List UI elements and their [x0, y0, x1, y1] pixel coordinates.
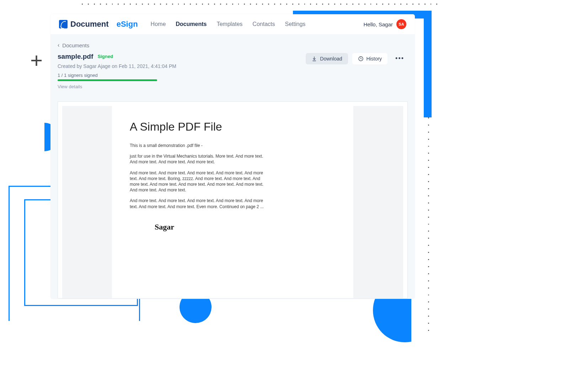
nav-settings[interactable]: Settings [285, 21, 305, 27]
download-icon [311, 56, 317, 62]
history-button[interactable]: History [352, 53, 388, 64]
pdf-paragraph: just for use in the Virtual Mechanics tu… [130, 153, 265, 165]
document-meta: sample.pdf Signed Created by Sagar Ajage… [58, 53, 176, 89]
user-menu[interactable]: Hello, Sagar SA [363, 19, 406, 29]
content-area: ‹ Documents sample.pdf Signed Created by… [50, 34, 415, 299]
nav-contacts[interactable]: Contacts [252, 21, 275, 27]
breadcrumb[interactable]: ‹ Documents [50, 40, 415, 53]
pdf-paragraph: This is a small demonstration .pdf file … [130, 143, 265, 148]
status-badge: Signed [98, 54, 113, 59]
document-header: sample.pdf Signed Created by Sagar Ajage… [50, 53, 415, 91]
nav-templates[interactable]: Templates [217, 21, 242, 27]
user-greeting: Hello, Sagar [363, 21, 393, 27]
created-by-text: Created by Sagar Ajage on Feb 11, 2021, … [58, 63, 176, 69]
page-margin-left [62, 106, 112, 298]
pdf-title: A Simple PDF File [130, 120, 336, 133]
nav-home[interactable]: Home [151, 21, 166, 27]
avatar[interactable]: SA [396, 19, 406, 29]
main-nav: Home Documents Templates Contacts Settin… [151, 21, 306, 27]
page-canvas: A Simple PDF File This is a small demons… [62, 106, 403, 298]
document-actions: Download History ••• [306, 53, 408, 64]
pdf-paragraph: And more text. And more text. And more t… [130, 198, 265, 209]
signers-line: 1 / 1 signers signed [58, 73, 176, 78]
history-label: History [367, 56, 382, 62]
decorative-plus-icon: + [30, 48, 43, 73]
topbar: Document eSign Home Documents Templates … [50, 14, 415, 34]
pdf-paragraph: And more text. And more text. And more t… [130, 170, 265, 193]
nav-documents[interactable]: Documents [176, 21, 207, 27]
signature-text: Sagar [155, 222, 336, 232]
decorative-dots-right [428, 110, 432, 331]
download-label: Download [320, 56, 342, 62]
brand-name: Document [70, 20, 109, 29]
document-preview: A Simple PDF File This is a small demons… [58, 101, 408, 299]
brand-logo[interactable]: Document eSign [59, 20, 138, 29]
history-icon [358, 56, 364, 62]
more-actions-button[interactable]: ••• [392, 53, 408, 64]
view-details-link[interactable]: View details [58, 84, 176, 89]
chevron-left-icon: ‹ [58, 42, 59, 48]
decorative-dots-top [82, 4, 437, 7]
signers-progress-bar [58, 79, 157, 81]
page-main: A Simple PDF File This is a small demons… [112, 106, 353, 298]
app-window: Document eSign Home Documents Templates … [50, 14, 415, 299]
breadcrumb-label: Documents [62, 42, 89, 48]
page-margin-right [353, 106, 403, 298]
brand-logo-icon [59, 20, 68, 28]
document-filename: sample.pdf [58, 53, 93, 60]
download-button[interactable]: Download [306, 53, 348, 64]
brand-accent: eSign [117, 20, 138, 29]
